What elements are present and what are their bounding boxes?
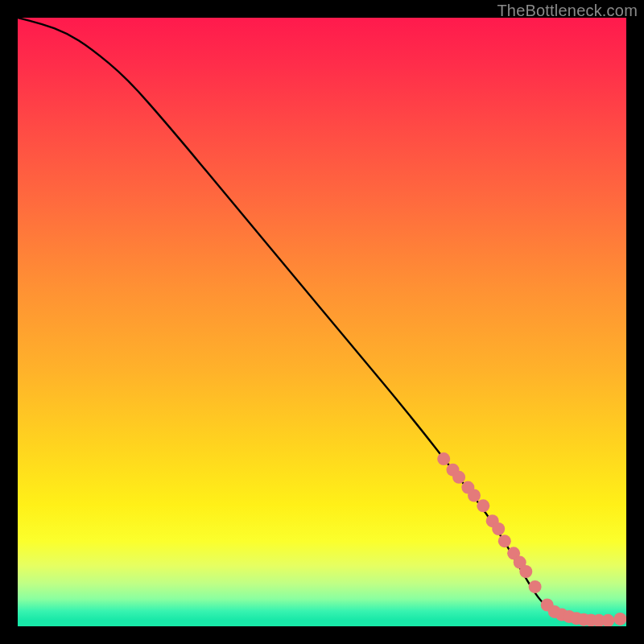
attribution-label: TheBottleneck.com	[497, 2, 638, 20]
marker-dot	[477, 499, 489, 512]
marker-dot	[601, 614, 614, 626]
marker-dot	[529, 580, 542, 593]
marker-dot	[492, 522, 505, 535]
marker-dot	[437, 452, 450, 465]
curve-layer	[18, 18, 626, 626]
chart-stage: TheBottleneck.com	[0, 0, 644, 644]
plot-area	[18, 18, 626, 626]
bottleneck-curve	[18, 18, 626, 621]
marker-dot	[452, 471, 465, 484]
marker-dot	[498, 535, 511, 547]
marker-dot	[519, 565, 532, 578]
marker-dot	[613, 613, 626, 625]
marker-dot	[468, 489, 481, 502]
marker-dots	[437, 452, 626, 626]
